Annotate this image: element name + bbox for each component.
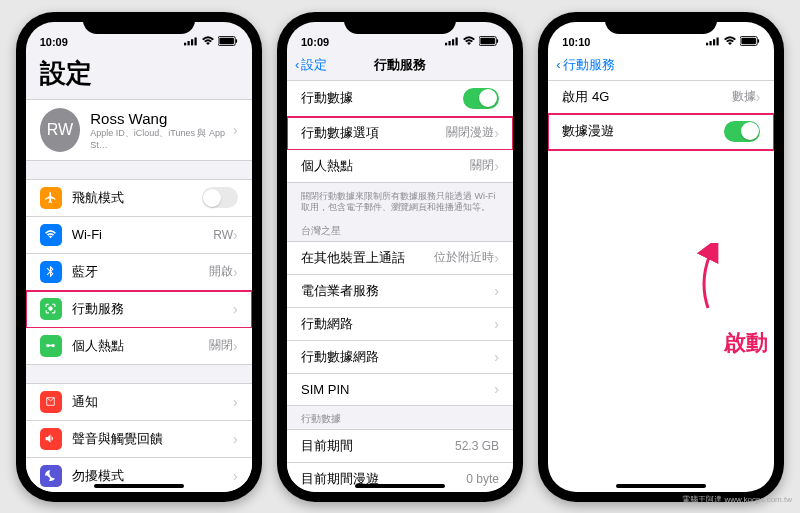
- chevron-left-icon: ‹: [556, 57, 560, 72]
- back-button[interactable]: ‹設定: [295, 56, 327, 74]
- profile-name: Ross Wang: [90, 110, 233, 127]
- back-button[interactable]: ‹行動服務: [556, 56, 614, 74]
- chevron-right-icon: ›: [494, 158, 499, 174]
- chevron-right-icon: ›: [494, 381, 499, 397]
- svg-rect-15: [480, 37, 495, 43]
- row-label: 行動數據網路: [301, 348, 494, 366]
- row-value: 0 byte: [466, 472, 499, 486]
- row-value: 關閉漫遊: [446, 124, 494, 141]
- row-value: RW: [213, 228, 233, 242]
- row-label: 藍牙: [72, 263, 209, 281]
- avatar: RW: [40, 108, 81, 152]
- profile-subtitle: Apple ID、iCloud、iTunes 與 App St…: [90, 127, 233, 150]
- airplane-toggle[interactable]: [202, 187, 238, 208]
- svg-rect-13: [455, 37, 457, 45]
- roaming-toggle[interactable]: [724, 121, 760, 142]
- nav-bar: ‹設定 行動服務: [287, 50, 513, 80]
- watermark: 電腦王阿達 www.kocps.com.tw: [682, 494, 792, 505]
- row-wifi-calling[interactable]: 在其他裝置上通話 位於附近時 ›: [287, 241, 513, 275]
- chevron-right-icon: ›: [494, 250, 499, 266]
- row-label: 通知: [72, 393, 233, 411]
- row-bluetooth[interactable]: 藍牙 開啟 ›: [26, 254, 252, 291]
- row-label: 在其他裝置上通話: [301, 249, 434, 267]
- row-data-roaming[interactable]: 數據漫遊: [548, 114, 774, 150]
- row-label: 啟用 4G: [562, 88, 731, 106]
- annotation-callout: 啟動: [724, 328, 768, 358]
- chevron-left-icon: ‹: [295, 57, 299, 72]
- options-section: 啟用 4G 數據 › 數據漫遊: [548, 80, 774, 150]
- chevron-right-icon: ›: [494, 125, 499, 141]
- mobile-data-toggle[interactable]: [463, 88, 499, 109]
- battery-icon: [479, 36, 499, 48]
- status-time: 10:10: [562, 36, 590, 48]
- row-label: 電信業者服務: [301, 282, 494, 300]
- chevron-right-icon: ›: [233, 264, 238, 280]
- home-indicator[interactable]: [355, 484, 445, 488]
- row-data-options[interactable]: 行動數據選項 關閉漫遊 ›: [287, 117, 513, 150]
- chevron-right-icon: ›: [233, 394, 238, 410]
- svg-rect-23: [758, 39, 759, 43]
- row-label: Wi-Fi: [72, 227, 214, 242]
- row-label: SIM PIN: [301, 382, 494, 397]
- general-section: 通知 › 聲音與觸覺回饋 › 勿擾模式 › 螢幕使用時間 ›: [26, 383, 252, 492]
- chevron-right-icon: ›: [233, 338, 238, 354]
- status-icons: [706, 36, 760, 48]
- phone-frame-3: 10:10 ‹行動服務 啟用 4G 數據 › 數據漫遊: [538, 12, 784, 502]
- svg-rect-20: [717, 37, 719, 45]
- svg-rect-18: [710, 41, 712, 45]
- row-hotspot[interactable]: 個人熱點 關閉 ›: [287, 150, 513, 183]
- sounds-icon: [40, 428, 62, 450]
- row-wifi[interactable]: Wi-Fi RW ›: [26, 217, 252, 254]
- row-label: 行動網路: [301, 315, 494, 333]
- row-carrier-services[interactable]: 電信業者服務 ›: [287, 275, 513, 308]
- home-indicator[interactable]: [616, 484, 706, 488]
- profile-row[interactable]: RW Ross Wang Apple ID、iCloud、iTunes 與 Ap…: [26, 99, 252, 161]
- svg-rect-12: [452, 39, 454, 45]
- notch: [83, 12, 195, 34]
- row-notifications[interactable]: 通知 ›: [26, 383, 252, 421]
- svg-rect-17: [706, 42, 708, 45]
- status-icons: [445, 36, 499, 48]
- row-label: 行動數據: [301, 89, 463, 107]
- row-value: 關閉: [470, 157, 494, 174]
- svg-rect-5: [219, 37, 234, 43]
- row-value: 位於附近時: [434, 249, 494, 266]
- battery-icon: [740, 36, 760, 48]
- chevron-right-icon: ›: [756, 89, 761, 105]
- row-hotspot[interactable]: 個人熱點 關閉 ›: [26, 328, 252, 365]
- svg-rect-19: [713, 39, 715, 45]
- notch: [605, 12, 717, 34]
- row-mobile-data[interactable]: 行動數據: [287, 80, 513, 117]
- home-indicator[interactable]: [94, 484, 184, 488]
- row-label: 數據漫遊: [562, 122, 724, 140]
- chevron-right-icon: ›: [233, 468, 238, 484]
- status-time: 10:09: [40, 36, 68, 48]
- hotspot-icon: [40, 335, 62, 357]
- wifi-icon: [723, 36, 737, 48]
- status-icons: [184, 36, 238, 48]
- chevron-right-icon: ›: [494, 283, 499, 299]
- data-section: 行動數據 行動數據選項 關閉漫遊 › 個人熱點 關閉 ›: [287, 80, 513, 183]
- chevron-right-icon: ›: [233, 122, 238, 138]
- row-sim-pin[interactable]: SIM PIN ›: [287, 374, 513, 406]
- row-sounds[interactable]: 聲音與觸覺回饋 ›: [26, 421, 252, 458]
- usage-section: 目前期間 52.3 GB 目前期間漫遊 0 byte 系統服務 14.7 GB …: [287, 429, 513, 492]
- chevron-right-icon: ›: [233, 431, 238, 447]
- notification-icon: [40, 391, 62, 413]
- carrier-section: 在其他裝置上通話 位於附近時 › 電信業者服務 › 行動網路 › 行動數據網路 …: [287, 241, 513, 406]
- signal-icon: [706, 36, 720, 48]
- chevron-right-icon: ›: [494, 349, 499, 365]
- svg-rect-2: [191, 39, 193, 45]
- svg-rect-11: [448, 41, 450, 45]
- row-enable-4g[interactable]: 啟用 4G 數據 ›: [548, 80, 774, 114]
- row-label: 目前期間: [301, 437, 455, 455]
- row-network[interactable]: 行動網路 ›: [287, 308, 513, 341]
- back-label: 行動服務: [563, 56, 615, 74]
- svg-rect-16: [497, 39, 498, 43]
- row-data-network[interactable]: 行動數據網路 ›: [287, 341, 513, 374]
- svg-rect-9: [48, 345, 53, 347]
- row-cellular[interactable]: 行動服務 ›: [26, 291, 252, 328]
- row-airplane[interactable]: 飛航模式: [26, 179, 252, 217]
- chevron-right-icon: ›: [494, 316, 499, 332]
- section-footer: 關閉行動數據來限制所有數據服務只能透過 Wi-Fi 取用，包含電子郵件、瀏覽網頁…: [287, 187, 513, 218]
